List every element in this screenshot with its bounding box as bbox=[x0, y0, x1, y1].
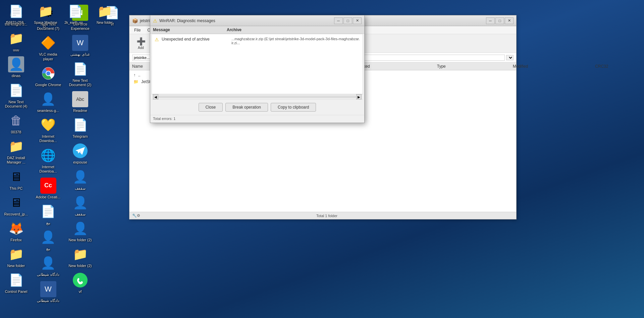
desktop-icon-new-folder-2b[interactable]: 📁 New folder (2) bbox=[65, 244, 95, 270]
winrar-bg-close-button[interactable]: ✕ bbox=[505, 17, 514, 24]
diag-button-row: Close Break operation Copy to clipboard bbox=[150, 100, 364, 115]
desktop-icon-ffg[interactable]: 👤 seamless-g... bbox=[34, 89, 63, 115]
desktop-icon-photos[interactable]: 👤 دادگاه شیطانی bbox=[34, 253, 63, 279]
diag-message-list: ⚠ Unexpected end of archive ...maghzabza… bbox=[152, 34, 363, 94]
desktop-icon-telegram[interactable]: expouse bbox=[65, 141, 95, 167]
winrar-bg-statusbar: 🔧⚙ Total 1 folder bbox=[129, 212, 516, 219]
top-row-icons: 📄 f56831x258... 📁 Space Machine O... 📄 2… bbox=[0, 0, 121, 24]
desktop-icon-adobe[interactable]: Cc Adobe Creati... bbox=[34, 176, 63, 201]
diag-col-archive: Archive bbox=[227, 27, 362, 32]
desktop-icon-00000103[interactable]: 👤 New folder (2) bbox=[65, 218, 95, 244]
diagnostic-dialog: ⚠ WinRAR: Diagnostic messages ─ □ ✕ Mess… bbox=[150, 15, 365, 123]
winrar-bg-maximize-button[interactable]: □ bbox=[495, 17, 504, 24]
desktop-icon-new-folder-2[interactable]: 📁 New folder bbox=[1, 244, 31, 270]
winrar-bg-minimize-button[interactable]: ─ bbox=[486, 17, 495, 24]
diag-message-text: Unexpected end of archive bbox=[162, 37, 229, 42]
desktop-icon-bayea[interactable]: 👤 بيع bbox=[34, 227, 63, 253]
desktop-icon-new-folder-t[interactable]: 📁 New folder bbox=[90, 1, 119, 23]
desktop-icon-expouse[interactable]: 👤 سقفف bbox=[65, 167, 95, 193]
toolbar-add-button[interactable]: ➕ Add bbox=[132, 36, 150, 51]
winrar-bg-sort-select[interactable] bbox=[506, 55, 514, 60]
svg-point-2 bbox=[46, 71, 50, 75]
status-icons: 🔧⚙ bbox=[132, 213, 140, 218]
diag-copy-btn[interactable]: Copy to clipboard bbox=[271, 103, 316, 112]
diag-error-row: ⚠ Unexpected end of archive ...maghzabza… bbox=[153, 36, 361, 46]
diag-column-headers: Message Archive bbox=[150, 26, 364, 34]
diag-total-errors: Total errors: 1 bbox=[153, 117, 175, 121]
diag-titlebar[interactable]: ⚠ WinRAR: Diagnostic messages ─ □ ✕ bbox=[150, 15, 364, 26]
desktop-icon-readme[interactable]: 📄 Telegram bbox=[65, 115, 95, 141]
desktop-icon-vlc[interactable]: 🔶 VLC media player bbox=[34, 33, 63, 63]
diag-break-btn[interactable]: Break operation bbox=[225, 103, 268, 112]
desktop-icon-00378[interactable]: 📁 DAZ Install Manager ... bbox=[1, 136, 31, 167]
winrar-bg-title-icon: 📦 bbox=[132, 18, 138, 23]
diag-col-message: Message bbox=[153, 27, 227, 32]
statusbar-text: Total 1 folder bbox=[140, 214, 514, 218]
diag-warning-icon: ⚠ bbox=[153, 18, 157, 23]
diag-scrollbar[interactable]: ◀ ▶ bbox=[152, 94, 363, 100]
desktop-icon-dinas[interactable]: 👤 dinas bbox=[1, 54, 31, 80]
desktop-icon-new-text-doc[interactable]: 📄 Control Panel bbox=[1, 270, 31, 296]
diag-footer: Total errors: 1 bbox=[150, 115, 364, 123]
desktop-icon-dadgah[interactable]: W دادگاه شیطانی bbox=[34, 279, 63, 305]
desktop-icon-whatsapp[interactable]: vf bbox=[65, 270, 95, 296]
diag-scroll-left-button[interactable]: ◀ bbox=[153, 94, 158, 100]
desktop-icon-paramount[interactable]: Abc Readme bbox=[65, 89, 95, 115]
diag-close-button[interactable]: ✕ bbox=[353, 17, 362, 24]
diag-scrollbar-track[interactable] bbox=[158, 96, 356, 98]
desktop-icon-saghf[interactable]: 👤 سقفف bbox=[65, 193, 95, 218]
desktop-icon-gggg[interactable]: 📄 بيع bbox=[34, 201, 63, 227]
desktop-icon-new-text-4[interactable]: 📄 New Text Document (4) bbox=[1, 80, 31, 111]
diag-title-text: WinRAR: Diagnostic messages bbox=[159, 18, 215, 23]
diag-minimize-button[interactable]: ─ bbox=[334, 17, 343, 24]
diag-maximize-button[interactable]: □ bbox=[343, 17, 352, 24]
diag-scroll-right-button[interactable]: ▶ bbox=[356, 94, 362, 100]
desktop-icon-f56831[interactable]: 📄 f56831x258... bbox=[1, 1, 31, 23]
desktop-icon-uuu[interactable]: 📁 uuu bbox=[1, 28, 31, 54]
desktop-icon-2k-earth[interactable]: 📄 2k_earth_sp... bbox=[60, 1, 90, 23]
desktop-icon-internet-dl[interactable]: 🌐 Internet Downloa... bbox=[34, 145, 63, 176]
desktop-icon-new-text-2[interactable]: 📄 New Text Document (2) bbox=[65, 59, 95, 89]
desktop-icon-recycle-bin[interactable]: 🗑 00378 bbox=[1, 111, 31, 136]
desktop-icon-daz-install[interactable]: 🖥 This PC bbox=[1, 167, 31, 193]
desktop-icon-seamless[interactable]: 💛 Internet Downloa... bbox=[34, 115, 63, 145]
desktop-icon-ghaza[interactable]: W غذای بهشتی bbox=[65, 33, 95, 59]
diag-close-btn[interactable]: Close bbox=[199, 103, 223, 112]
desktop-icon-space-machine[interactable]: 📁 Space Machine O... bbox=[31, 1, 60, 23]
diag-archive-text: ...maghzabzar.ir.zip (E:\jet streak\jets… bbox=[231, 37, 360, 45]
desktop-icon-firefox[interactable]: 🦊 New folder Firefox bbox=[1, 218, 31, 244]
desktop-icon-google-chrome[interactable]: Google Chrome bbox=[34, 63, 63, 89]
desktop-icon-this-pc[interactable]: 🖥 Recoverd_jp... bbox=[1, 193, 31, 218]
diag-row-warning-icon: ⚠ bbox=[155, 37, 159, 42]
menu-file[interactable]: File bbox=[131, 27, 144, 33]
desktop: 🎮 the-knight-3... 📁 uuu 👤 dinas 📄 New Te… bbox=[0, 0, 131, 318]
